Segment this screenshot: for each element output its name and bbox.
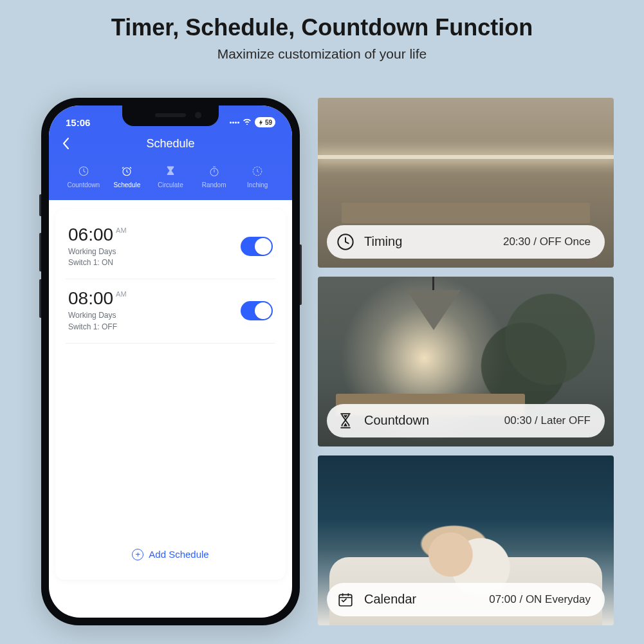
tab-countdown[interactable]: Countdown: [62, 165, 106, 189]
schedule-item[interactable]: 06:00 AM Working Days Switch 1: ON: [66, 216, 275, 280]
scene-value: 07:00 / ON Everyday: [489, 593, 591, 606]
schedule-item[interactable]: 08:00 AM Working Days Switch 1: OFF: [66, 279, 275, 344]
screen-title: Schedule: [146, 137, 194, 151]
phone-side-button: [300, 244, 302, 305]
schedule-action: Switch 1: OFF: [68, 322, 127, 333]
scene-column: Timing 20:30 / OFF Once Countdown 00:30 …: [318, 98, 614, 625]
dashed-clock-icon: [252, 165, 263, 178]
schedule-days: Working Days: [68, 310, 127, 321]
phone-mockup: 15:06 59: [41, 98, 300, 625]
calendar-icon: [336, 591, 355, 608]
scene-countdown: Countdown 00:30 / Later OFF: [318, 277, 614, 446]
add-schedule-button[interactable]: + Add Schedule: [55, 535, 286, 580]
scene-pill: Countdown 00:30 / Later OFF: [327, 404, 605, 437]
scene-title: Timing: [364, 234, 402, 249]
phone-side-button: [39, 194, 41, 216]
schedule-action: Switch 1: ON: [68, 257, 127, 268]
schedule-ampm: AM: [116, 290, 127, 298]
status-indicators: 59: [230, 117, 275, 127]
schedule-toggle[interactable]: [241, 301, 273, 320]
schedule-ampm: AM: [116, 226, 127, 234]
back-button[interactable]: [62, 137, 71, 152]
signal-icon: [230, 122, 239, 124]
schedule-card: 06:00 AM Working Days Switch 1: ON: [55, 209, 286, 580]
clock-icon: [78, 165, 89, 178]
scene-title: Countdown: [364, 413, 429, 428]
tab-inching[interactable]: Inching: [235, 165, 279, 189]
alarm-clock-icon: [121, 165, 133, 178]
scene-value: 20:30 / OFF Once: [503, 235, 591, 248]
phone-side-button: [39, 279, 41, 318]
wifi-icon: [243, 118, 252, 127]
scene-value: 00:30 / Later OFF: [504, 414, 591, 427]
phone-side-button: [39, 233, 41, 271]
tab-circulate[interactable]: Circulate: [149, 165, 192, 189]
stopwatch-icon: [208, 165, 220, 178]
tab-random[interactable]: Random: [192, 165, 236, 189]
page-title: Timer, Schedule, Countdown Function: [0, 14, 644, 41]
scene-title: Calendar: [364, 592, 416, 607]
phone-screen: 15:06 59: [49, 106, 292, 618]
page-subtitle: Maximize customization of your life: [0, 46, 644, 62]
hourglass-icon: [336, 412, 355, 429]
schedule-time: 08:00: [68, 288, 113, 309]
scene-calendar: Calendar 07:00 / ON Everyday: [318, 455, 614, 625]
status-time: 15:06: [66, 117, 90, 128]
battery-indicator: 59: [255, 117, 275, 127]
scene-pill: Timing 20:30 / OFF Once: [327, 225, 605, 259]
scene-timing: Timing 20:30 / OFF Once: [318, 98, 614, 268]
schedule-days: Working Days: [68, 246, 127, 257]
tab-bar: Countdown Schedule Circula: [60, 163, 281, 189]
clock-circle-icon: [336, 233, 355, 251]
tab-schedule[interactable]: Schedule: [106, 165, 149, 189]
schedule-time: 06:00: [68, 225, 113, 245]
scene-pill: Calendar 07:00 / ON Everyday: [327, 583, 605, 616]
schedule-toggle[interactable]: [241, 237, 273, 256]
hourglass-icon: [165, 165, 176, 178]
phone-notch: [122, 106, 219, 126]
plus-icon: +: [132, 549, 143, 560]
